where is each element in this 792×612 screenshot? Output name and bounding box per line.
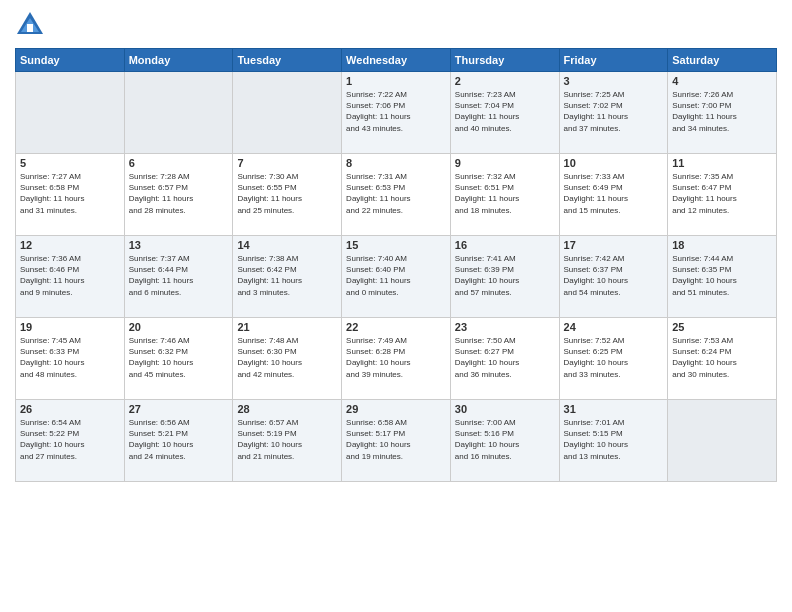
- logo: [15, 10, 49, 40]
- day-number: 20: [129, 321, 229, 333]
- day-info: Sunrise: 7:41 AM Sunset: 6:39 PM Dayligh…: [455, 253, 555, 298]
- day-number: 28: [237, 403, 337, 415]
- calendar-cell: 28Sunrise: 6:57 AM Sunset: 5:19 PM Dayli…: [233, 400, 342, 482]
- day-number: 22: [346, 321, 446, 333]
- day-number: 18: [672, 239, 772, 251]
- day-info: Sunrise: 7:49 AM Sunset: 6:28 PM Dayligh…: [346, 335, 446, 380]
- calendar-cell: [668, 400, 777, 482]
- calendar-cell: 20Sunrise: 7:46 AM Sunset: 6:32 PM Dayli…: [124, 318, 233, 400]
- day-number: 7: [237, 157, 337, 169]
- day-number: 9: [455, 157, 555, 169]
- day-number: 16: [455, 239, 555, 251]
- calendar-cell: 16Sunrise: 7:41 AM Sunset: 6:39 PM Dayli…: [450, 236, 559, 318]
- calendar-cell: 5Sunrise: 7:27 AM Sunset: 6:58 PM Daylig…: [16, 154, 125, 236]
- day-info: Sunrise: 7:37 AM Sunset: 6:44 PM Dayligh…: [129, 253, 229, 298]
- calendar-cell: 25Sunrise: 7:53 AM Sunset: 6:24 PM Dayli…: [668, 318, 777, 400]
- weekday-header-monday: Monday: [124, 49, 233, 72]
- calendar-cell: [124, 72, 233, 154]
- calendar-cell: 17Sunrise: 7:42 AM Sunset: 6:37 PM Dayli…: [559, 236, 668, 318]
- calendar-cell: 21Sunrise: 7:48 AM Sunset: 6:30 PM Dayli…: [233, 318, 342, 400]
- day-info: Sunrise: 7:42 AM Sunset: 6:37 PM Dayligh…: [564, 253, 664, 298]
- weekday-header-saturday: Saturday: [668, 49, 777, 72]
- day-number: 10: [564, 157, 664, 169]
- day-number: 25: [672, 321, 772, 333]
- day-number: 2: [455, 75, 555, 87]
- calendar-cell: 3Sunrise: 7:25 AM Sunset: 7:02 PM Daylig…: [559, 72, 668, 154]
- calendar-cell: 22Sunrise: 7:49 AM Sunset: 6:28 PM Dayli…: [342, 318, 451, 400]
- day-info: Sunrise: 7:46 AM Sunset: 6:32 PM Dayligh…: [129, 335, 229, 380]
- day-info: Sunrise: 7:36 AM Sunset: 6:46 PM Dayligh…: [20, 253, 120, 298]
- calendar-cell: 1Sunrise: 7:22 AM Sunset: 7:06 PM Daylig…: [342, 72, 451, 154]
- day-number: 12: [20, 239, 120, 251]
- day-info: Sunrise: 7:28 AM Sunset: 6:57 PM Dayligh…: [129, 171, 229, 216]
- calendar-cell: 14Sunrise: 7:38 AM Sunset: 6:42 PM Dayli…: [233, 236, 342, 318]
- page: SundayMondayTuesdayWednesdayThursdayFrid…: [0, 0, 792, 612]
- day-info: Sunrise: 7:31 AM Sunset: 6:53 PM Dayligh…: [346, 171, 446, 216]
- day-number: 11: [672, 157, 772, 169]
- calendar-cell: [233, 72, 342, 154]
- calendar-cell: 12Sunrise: 7:36 AM Sunset: 6:46 PM Dayli…: [16, 236, 125, 318]
- calendar-cell: 24Sunrise: 7:52 AM Sunset: 6:25 PM Dayli…: [559, 318, 668, 400]
- day-info: Sunrise: 7:30 AM Sunset: 6:55 PM Dayligh…: [237, 171, 337, 216]
- weekday-header-tuesday: Tuesday: [233, 49, 342, 72]
- calendar-cell: 29Sunrise: 6:58 AM Sunset: 5:17 PM Dayli…: [342, 400, 451, 482]
- day-info: Sunrise: 7:52 AM Sunset: 6:25 PM Dayligh…: [564, 335, 664, 380]
- calendar-cell: 13Sunrise: 7:37 AM Sunset: 6:44 PM Dayli…: [124, 236, 233, 318]
- calendar-cell: 4Sunrise: 7:26 AM Sunset: 7:00 PM Daylig…: [668, 72, 777, 154]
- day-number: 31: [564, 403, 664, 415]
- day-number: 30: [455, 403, 555, 415]
- day-number: 15: [346, 239, 446, 251]
- weekday-header-row: SundayMondayTuesdayWednesdayThursdayFrid…: [16, 49, 777, 72]
- calendar-cell: 2Sunrise: 7:23 AM Sunset: 7:04 PM Daylig…: [450, 72, 559, 154]
- day-info: Sunrise: 7:27 AM Sunset: 6:58 PM Dayligh…: [20, 171, 120, 216]
- header: [15, 10, 777, 40]
- day-info: Sunrise: 7:00 AM Sunset: 5:16 PM Dayligh…: [455, 417, 555, 462]
- day-info: Sunrise: 6:54 AM Sunset: 5:22 PM Dayligh…: [20, 417, 120, 462]
- weekday-header-friday: Friday: [559, 49, 668, 72]
- day-number: 6: [129, 157, 229, 169]
- calendar-cell: 23Sunrise: 7:50 AM Sunset: 6:27 PM Dayli…: [450, 318, 559, 400]
- day-number: 19: [20, 321, 120, 333]
- day-number: 13: [129, 239, 229, 251]
- day-info: Sunrise: 7:40 AM Sunset: 6:40 PM Dayligh…: [346, 253, 446, 298]
- calendar-cell: 8Sunrise: 7:31 AM Sunset: 6:53 PM Daylig…: [342, 154, 451, 236]
- day-info: Sunrise: 7:01 AM Sunset: 5:15 PM Dayligh…: [564, 417, 664, 462]
- day-info: Sunrise: 6:58 AM Sunset: 5:17 PM Dayligh…: [346, 417, 446, 462]
- calendar-cell: 19Sunrise: 7:45 AM Sunset: 6:33 PM Dayli…: [16, 318, 125, 400]
- day-info: Sunrise: 7:38 AM Sunset: 6:42 PM Dayligh…: [237, 253, 337, 298]
- day-number: 29: [346, 403, 446, 415]
- calendar-week-4: 19Sunrise: 7:45 AM Sunset: 6:33 PM Dayli…: [16, 318, 777, 400]
- svg-rect-2: [27, 24, 33, 32]
- day-info: Sunrise: 7:45 AM Sunset: 6:33 PM Dayligh…: [20, 335, 120, 380]
- day-number: 3: [564, 75, 664, 87]
- logo-icon: [15, 10, 45, 40]
- day-info: Sunrise: 7:32 AM Sunset: 6:51 PM Dayligh…: [455, 171, 555, 216]
- day-number: 14: [237, 239, 337, 251]
- weekday-header-thursday: Thursday: [450, 49, 559, 72]
- day-info: Sunrise: 7:50 AM Sunset: 6:27 PM Dayligh…: [455, 335, 555, 380]
- day-number: 27: [129, 403, 229, 415]
- calendar-cell: 10Sunrise: 7:33 AM Sunset: 6:49 PM Dayli…: [559, 154, 668, 236]
- day-info: Sunrise: 6:56 AM Sunset: 5:21 PM Dayligh…: [129, 417, 229, 462]
- day-info: Sunrise: 7:35 AM Sunset: 6:47 PM Dayligh…: [672, 171, 772, 216]
- calendar-week-5: 26Sunrise: 6:54 AM Sunset: 5:22 PM Dayli…: [16, 400, 777, 482]
- day-number: 23: [455, 321, 555, 333]
- day-number: 26: [20, 403, 120, 415]
- calendar-cell: 27Sunrise: 6:56 AM Sunset: 5:21 PM Dayli…: [124, 400, 233, 482]
- day-number: 1: [346, 75, 446, 87]
- day-number: 21: [237, 321, 337, 333]
- day-number: 4: [672, 75, 772, 87]
- weekday-header-wednesday: Wednesday: [342, 49, 451, 72]
- calendar-cell: [16, 72, 125, 154]
- day-number: 24: [564, 321, 664, 333]
- calendar-cell: 7Sunrise: 7:30 AM Sunset: 6:55 PM Daylig…: [233, 154, 342, 236]
- day-number: 8: [346, 157, 446, 169]
- calendar-cell: 11Sunrise: 7:35 AM Sunset: 6:47 PM Dayli…: [668, 154, 777, 236]
- day-number: 5: [20, 157, 120, 169]
- day-info: Sunrise: 7:25 AM Sunset: 7:02 PM Dayligh…: [564, 89, 664, 134]
- calendar-week-1: 1Sunrise: 7:22 AM Sunset: 7:06 PM Daylig…: [16, 72, 777, 154]
- calendar-cell: 15Sunrise: 7:40 AM Sunset: 6:40 PM Dayli…: [342, 236, 451, 318]
- day-info: Sunrise: 7:33 AM Sunset: 6:49 PM Dayligh…: [564, 171, 664, 216]
- calendar-cell: 31Sunrise: 7:01 AM Sunset: 5:15 PM Dayli…: [559, 400, 668, 482]
- calendar-cell: 30Sunrise: 7:00 AM Sunset: 5:16 PM Dayli…: [450, 400, 559, 482]
